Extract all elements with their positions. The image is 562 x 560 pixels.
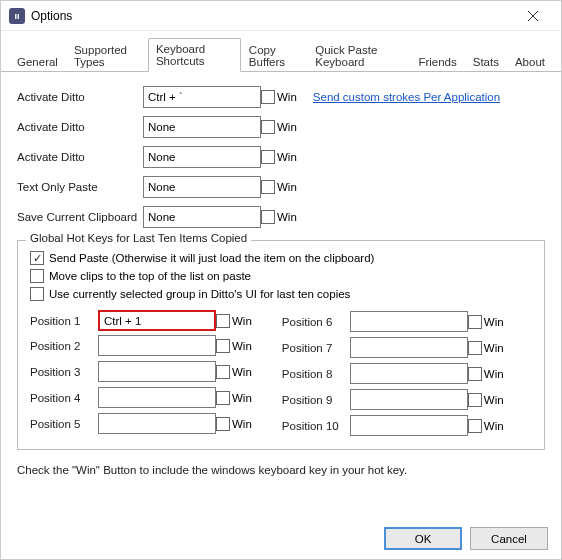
win-checkbox[interactable] (216, 391, 230, 405)
win-label: Win (484, 368, 504, 380)
position-row: Position 7 Win (282, 337, 504, 358)
option-move-top[interactable]: Move clips to the top of the list on pas… (30, 269, 532, 283)
win-label: Win (277, 211, 297, 223)
position-row: Position 5 Win (30, 413, 252, 434)
position-3-input[interactable] (98, 361, 216, 382)
win-toggle[interactable]: Win (261, 210, 297, 224)
win-checkbox[interactable] (468, 419, 482, 433)
win-toggle[interactable]: Win (468, 419, 504, 433)
checkbox[interactable] (30, 287, 44, 301)
group-legend: Global Hot Keys for Last Ten Items Copie… (26, 232, 251, 244)
hotkey-input-activate-3[interactable] (143, 146, 261, 168)
send-custom-strokes-link[interactable]: Send custom strokes Per Application (313, 91, 500, 103)
position-10-input[interactable] (350, 415, 468, 436)
positions-col-right: Position 6 Win Position 7 Win Position 8… (282, 311, 504, 441)
tab-friends[interactable]: Friends (410, 51, 464, 72)
tab-copy-buffers[interactable]: Copy Buffers (241, 39, 307, 72)
win-toggle[interactable]: Win (261, 150, 297, 164)
hotkey-input-activate-1[interactable] (143, 86, 261, 108)
option-label: Use currently selected group in Ditto's … (49, 288, 350, 300)
win-toggle[interactable]: Win (261, 180, 297, 194)
shortcut-label: Activate Ditto (17, 121, 143, 133)
position-label: Position 2 (30, 340, 98, 352)
shortcut-row: Activate Ditto Win (17, 146, 545, 168)
position-row: Position 1 Win (30, 311, 252, 330)
win-label: Win (277, 91, 297, 103)
checkbox[interactable] (30, 269, 44, 283)
win-toggle[interactable]: Win (468, 341, 504, 355)
win-checkbox[interactable] (261, 150, 275, 164)
win-toggle[interactable]: Win (261, 90, 297, 104)
tab-keyboard-shortcuts[interactable]: Keyboard Shortcuts (148, 38, 241, 72)
position-1-input[interactable] (98, 310, 216, 331)
win-label: Win (484, 420, 504, 432)
win-label: Win (277, 121, 297, 133)
win-label: Win (484, 342, 504, 354)
win-hint-text: Check the "Win" Button to include the wi… (1, 464, 561, 476)
positions-grid: Position 1 Win Position 2 Win Position 3… (30, 311, 532, 441)
option-send-paste[interactable]: Send Paste (Otherwise it will just load … (30, 251, 532, 265)
win-checkbox[interactable] (261, 90, 275, 104)
global-hotkeys-group: Global Hot Keys for Last Ten Items Copie… (17, 240, 545, 450)
win-label: Win (232, 418, 252, 430)
win-checkbox[interactable] (468, 315, 482, 329)
app-icon: ıı (9, 8, 25, 24)
win-toggle[interactable]: Win (216, 391, 252, 405)
position-9-input[interactable] (350, 389, 468, 410)
tab-general[interactable]: General (9, 51, 66, 72)
ok-button[interactable]: OK (384, 527, 462, 550)
win-toggle[interactable]: Win (468, 393, 504, 407)
tab-about[interactable]: About (507, 51, 553, 72)
tab-supported-types[interactable]: Supported Types (66, 39, 148, 72)
win-checkbox[interactable] (261, 210, 275, 224)
win-checkbox[interactable] (261, 180, 275, 194)
hotkey-input-activate-2[interactable] (143, 116, 261, 138)
win-checkbox[interactable] (216, 339, 230, 353)
tab-bar: General Supported Types Keyboard Shortcu… (1, 31, 561, 72)
position-4-input[interactable] (98, 387, 216, 408)
shortcut-row: Activate Ditto Win Send custom strokes P… (17, 86, 545, 108)
close-button[interactable] (513, 2, 553, 30)
win-checkbox[interactable] (468, 367, 482, 381)
win-toggle[interactable]: Win (216, 314, 252, 328)
win-label: Win (232, 366, 252, 378)
win-checkbox[interactable] (468, 341, 482, 355)
title-bar: ıı Options (1, 1, 561, 31)
win-label: Win (277, 181, 297, 193)
position-row: Position 8 Win (282, 363, 504, 384)
tab-quick-paste-keyboard[interactable]: Quick Paste Keyboard (307, 39, 410, 72)
position-5-input[interactable] (98, 413, 216, 434)
position-label: Position 10 (282, 420, 350, 432)
position-label: Position 9 (282, 394, 350, 406)
win-checkbox[interactable] (216, 417, 230, 431)
option-use-selected-group[interactable]: Use currently selected group in Ditto's … (30, 287, 532, 301)
win-checkbox[interactable] (261, 120, 275, 134)
shortcut-row: Save Current Clipboard Win (17, 206, 545, 228)
win-label: Win (484, 394, 504, 406)
hotkey-input-textonly[interactable] (143, 176, 261, 198)
tab-content: Activate Ditto Win Send custom strokes P… (1, 72, 561, 450)
position-8-input[interactable] (350, 363, 468, 384)
position-label: Position 3 (30, 366, 98, 378)
option-label: Move clips to the top of the list on pas… (49, 270, 251, 282)
checkbox[interactable] (30, 251, 44, 265)
position-label: Position 8 (282, 368, 350, 380)
tab-stats[interactable]: Stats (465, 51, 507, 72)
win-checkbox[interactable] (216, 314, 230, 328)
position-7-input[interactable] (350, 337, 468, 358)
position-2-input[interactable] (98, 335, 216, 356)
shortcut-label: Text Only Paste (17, 181, 143, 193)
win-checkbox[interactable] (216, 365, 230, 379)
win-toggle[interactable]: Win (468, 315, 504, 329)
win-toggle[interactable]: Win (216, 365, 252, 379)
cancel-button[interactable]: Cancel (470, 527, 548, 550)
win-label: Win (277, 151, 297, 163)
win-toggle[interactable]: Win (216, 417, 252, 431)
win-toggle[interactable]: Win (468, 367, 504, 381)
shortcut-row: Activate Ditto Win (17, 116, 545, 138)
position-6-input[interactable] (350, 311, 468, 332)
win-toggle[interactable]: Win (261, 120, 297, 134)
win-toggle[interactable]: Win (216, 339, 252, 353)
hotkey-input-saveclipboard[interactable] (143, 206, 261, 228)
win-checkbox[interactable] (468, 393, 482, 407)
